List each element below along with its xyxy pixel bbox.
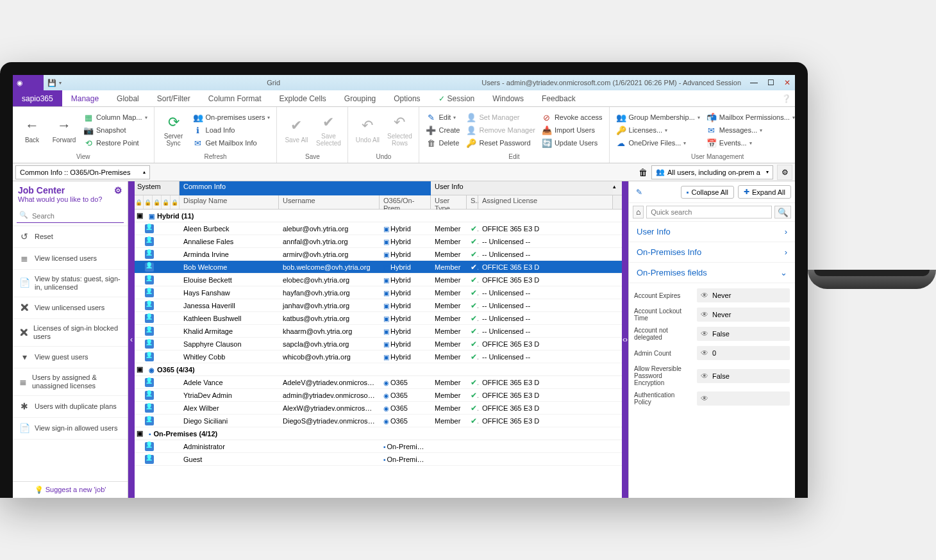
- messages-button[interactable]: ✉Messages...: [704, 124, 795, 136]
- edit-button[interactable]: ✎Edit: [423, 111, 462, 124]
- group-collapse-icon[interactable]: ▣: [136, 365, 144, 374]
- lock-icon[interactable]: 🔒: [144, 195, 153, 209]
- close-button[interactable]: ✕: [780, 76, 795, 89]
- tab-options[interactable]: Options: [385, 90, 429, 106]
- home-icon[interactable]: ⌂: [633, 206, 644, 218]
- grid-row[interactable]: YtriaDev Admin admin@ytriadev.onmicrosof…: [135, 389, 622, 402]
- job-center-gear-icon[interactable]: ⚙: [114, 185, 122, 195]
- selected-rows-button[interactable]: ↶Selected Rows: [384, 111, 415, 149]
- suggest-job-button[interactable]: Suggest a new 'job': [13, 481, 128, 498]
- delete-button[interactable]: 🗑Delete: [423, 136, 462, 149]
- events-button[interactable]: 📅Events...: [704, 136, 795, 149]
- mailbox-permissions-button[interactable]: 📬Mailbox Permissions...: [704, 111, 795, 124]
- import-users-button[interactable]: 📥Import Users: [539, 124, 605, 136]
- job-center-item[interactable]: 📄View sign-in allowed users: [13, 418, 128, 440]
- tab-explodecells[interactable]: Explode Cells: [270, 90, 335, 106]
- grid-row[interactable]: Whitley Cobb whicob@ovh.ytria.org Hybrid…: [135, 350, 622, 363]
- grid-group-header[interactable]: ▣Hybrid (11): [135, 210, 622, 222]
- grid-row[interactable]: Diego Siciliani DiegoS@ytriadev.onmicros…: [135, 415, 622, 427]
- save-selected-button[interactable]: ✔Save Selected: [313, 111, 344, 149]
- minimize-button[interactable]: —: [746, 76, 762, 89]
- save-all-button[interactable]: ✔Save All: [281, 111, 312, 149]
- users-filter-select[interactable]: 👥All users, including on-prem a▾: [651, 165, 773, 179]
- tab-session[interactable]: Session: [430, 90, 484, 106]
- grid-group-header[interactable]: ▣O365 (4/34): [135, 363, 622, 376]
- grid-row[interactable]: Bob Welcome bob.welcome@ovh.ytria.org Hy…: [135, 261, 622, 274]
- maximize-button[interactable]: ☐: [763, 76, 778, 89]
- grid-group-header[interactable]: ▣On-Premises (4/12): [135, 427, 622, 440]
- group-collapse-icon[interactable]: ▣: [136, 211, 144, 220]
- job-center-item[interactable]: ≣Users by assigned & unassigned licenses: [13, 368, 128, 396]
- remove-manager-button[interactable]: 👤Remove Manager: [464, 124, 537, 136]
- restore-point-button[interactable]: ⟲Restore Point: [81, 136, 150, 149]
- job-center-item[interactable]: ≣View licensed users: [13, 248, 128, 270]
- col-usertype[interactable]: User Type: [431, 195, 467, 209]
- lock-icon[interactable]: 🔒: [153, 195, 162, 209]
- tab-brand[interactable]: sapio365: [13, 90, 62, 106]
- tab-sortfilter[interactable]: Sort/Filter: [148, 90, 199, 106]
- col-onprem[interactable]: O365/On-Prem...: [380, 195, 431, 209]
- col-group-userinfo[interactable]: User Info: [431, 181, 613, 195]
- get-mailbox-info-button[interactable]: ✉Get Mailbox Info: [190, 136, 273, 149]
- collapse-all-button[interactable]: ▪Collapse All: [681, 186, 734, 199]
- details-search-input[interactable]: [646, 206, 772, 218]
- onedrive-files-button[interactable]: ☁OneDrive Files...: [614, 136, 703, 149]
- grid-row[interactable]: Adele Vance AdeleV@ytriadev.onmicrosoft.…: [135, 376, 622, 389]
- server-sync-button[interactable]: ⟳Server Sync: [158, 111, 189, 149]
- job-center-search-input[interactable]: [17, 210, 124, 223]
- grid-row[interactable]: Hays Fanshaw hayfan@ovh.ytria.org Hybrid…: [135, 286, 622, 299]
- edit-pencil-icon[interactable]: ✎: [633, 186, 646, 199]
- reset-password-button[interactable]: 🔑Reset Password: [464, 136, 537, 149]
- forward-button[interactable]: →Forward: [49, 111, 79, 149]
- settings-gear-button[interactable]: ⚙: [777, 165, 792, 180]
- grid-row[interactable]: Annaliese Fales annfal@ovh.ytria.org Hyb…: [135, 235, 622, 248]
- col-license[interactable]: Assigned License: [478, 195, 613, 209]
- lock-icon[interactable]: 🔒: [135, 195, 144, 209]
- col-group-common[interactable]: Common Info: [180, 181, 431, 195]
- trash-icon[interactable]: 🗑: [639, 167, 648, 177]
- lock-icon[interactable]: 🔒: [171, 195, 180, 209]
- job-center-item[interactable]: 🗙Licenses of sign-in blocked users: [13, 319, 128, 347]
- onprem-users-button[interactable]: 👥On-premises users: [190, 111, 273, 124]
- app-menu-icon[interactable]: ◉: [13, 75, 44, 90]
- job-center-item[interactable]: 🗙View unlicensed users: [13, 297, 128, 319]
- update-users-button[interactable]: 🔄Update Users: [539, 136, 605, 149]
- tab-manage[interactable]: Manage: [62, 90, 108, 106]
- grid-row[interactable]: Alex Wilber AlexW@ytriadev.onmicrosoft.c…: [135, 402, 622, 415]
- back-button[interactable]: ←Back: [17, 111, 47, 149]
- expand-all-button[interactable]: ✚Expand All: [738, 185, 791, 199]
- column-map-button[interactable]: ▦Column Map...: [81, 111, 150, 124]
- grid-row[interactable]: Guest On-Premises: [135, 453, 622, 466]
- job-center-item[interactable]: ▾View guest users: [13, 347, 128, 368]
- tab-grouping[interactable]: Grouping: [335, 90, 385, 106]
- qat-dropdown-icon[interactable]: ▾: [59, 80, 62, 86]
- licenses-button[interactable]: 🔑Licenses...: [614, 124, 703, 136]
- accordion-header[interactable]: On-Premises fields⌄: [629, 263, 795, 283]
- job-center-item[interactable]: 📄View by status: guest, sign-in, unlicen…: [13, 270, 128, 297]
- set-manager-button[interactable]: 👤Set Manager: [464, 111, 537, 124]
- grid-row[interactable]: Kathleen Bushwell katbus@ovh.ytria.org H…: [135, 312, 622, 325]
- load-info-button[interactable]: ℹLoad Info: [190, 124, 273, 136]
- group-collapse-icon[interactable]: ▣: [136, 429, 144, 438]
- create-button[interactable]: ➕Create: [423, 124, 462, 136]
- help-icon[interactable]: ❔: [781, 94, 795, 103]
- tab-feedback[interactable]: Feedback: [533, 90, 585, 106]
- grid-row[interactable]: Janessa Haverill janhav@ovh.ytria.org Hy…: [135, 299, 622, 312]
- grid-row[interactable]: Aleen Burbeck alebur@ovh.ytria.org Hybri…: [135, 222, 622, 235]
- snapshot-button[interactable]: 📷Snapshot: [81, 124, 150, 136]
- col-username[interactable]: Username: [279, 195, 380, 209]
- group-membership-button[interactable]: 👥Group Membership...: [614, 111, 703, 124]
- accordion-header[interactable]: On-Premises Info›: [629, 242, 795, 263]
- accordion-header[interactable]: User Info›: [629, 222, 795, 242]
- details-search-button[interactable]: 🔍: [774, 206, 791, 218]
- grid-row[interactable]: Administrator On-Premises: [135, 440, 622, 453]
- right-splitter[interactable]: ‹›: [622, 181, 628, 498]
- col-group-system[interactable]: System: [135, 181, 180, 195]
- job-center-item[interactable]: ↺Reset: [13, 226, 128, 248]
- grid-row[interactable]: Khalid Armitage khaarm@ovh.ytria.org Hyb…: [135, 325, 622, 338]
- grid-row[interactable]: Sapphyre Clauson sapcla@ovh.ytria.org Hy…: [135, 338, 622, 350]
- tab-columnformat[interactable]: Column Format: [199, 90, 271, 106]
- grid-row[interactable]: Elouise Beckett elobec@ovh.ytria.org Hyb…: [135, 274, 622, 286]
- tab-global[interactable]: Global: [108, 90, 148, 106]
- qat-save-icon[interactable]: 💾: [47, 79, 56, 87]
